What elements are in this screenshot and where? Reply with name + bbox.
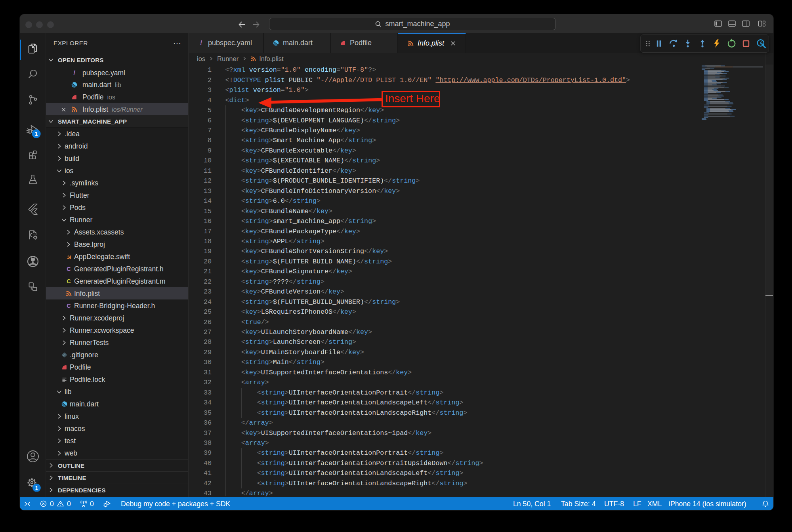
svg-text:1: 1 bbox=[35, 485, 38, 491]
svg-text:!: ! bbox=[73, 69, 76, 76]
svg-text:C: C bbox=[67, 302, 71, 309]
svg-text:C: C bbox=[67, 278, 71, 284]
svg-text:C: C bbox=[67, 265, 71, 272]
svg-text:1: 1 bbox=[35, 131, 38, 137]
